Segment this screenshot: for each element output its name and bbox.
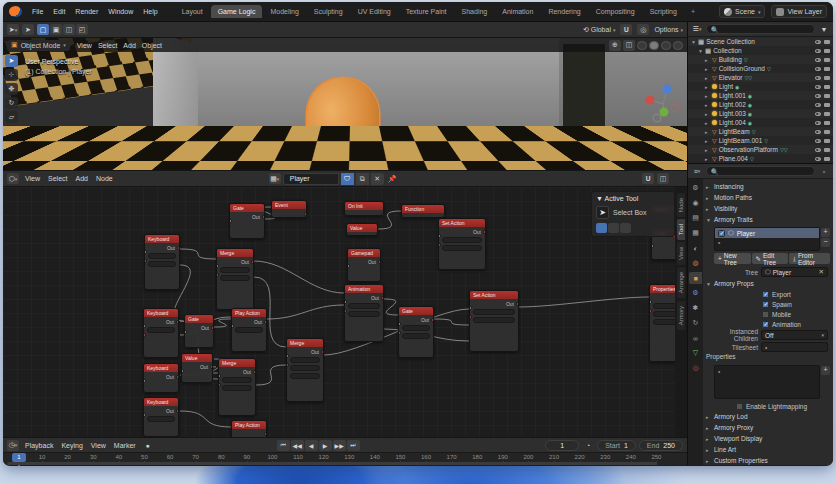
viewport-menu-select[interactable]: Select (95, 42, 120, 49)
workspace-tab-modeling[interactable]: Modeling (263, 5, 305, 18)
tool-6-icon[interactable]: ✎ (5, 139, 18, 151)
disable-render-camera-icon[interactable] (824, 112, 830, 116)
blender-logo-icon[interactable] (9, 6, 22, 17)
checkbox-row-mobile[interactable]: Mobile (706, 309, 830, 319)
menu-edit[interactable]: Edit (48, 6, 70, 17)
disable-render-camera-icon[interactable] (824, 157, 830, 161)
timeline-menu-keying[interactable]: Keying (58, 442, 85, 449)
mode-toggle-3[interactable]: ◰ (76, 24, 88, 35)
remove-trait-button[interactable]: − (821, 238, 830, 247)
hide-eye-icon[interactable] (815, 40, 821, 44)
outliner-row-plane-004[interactable]: ▸▽Plane.004▽ (688, 154, 833, 163)
panel-armory-traits[interactable]: ▼Armory Traits (706, 214, 830, 225)
disable-render-camera-icon[interactable] (824, 121, 830, 125)
enable-lightmapping-row[interactable]: Enable Lightmapping (706, 401, 830, 411)
properties-tab-tool[interactable]: ⚙ (689, 182, 702, 194)
side-tab-arrange[interactable]: Arrange (677, 267, 685, 298)
hide-eye-icon[interactable] (815, 121, 821, 125)
logic-node-gate[interactable]: GateOut (229, 203, 265, 239)
logic-node-gamepad[interactable]: GamepadOut (347, 248, 381, 282)
properties-tab-physics[interactable]: ↻ (689, 317, 702, 329)
node-canvas[interactable]: GateOutEventOn InitFunctionSet ActionOut… (3, 187, 687, 437)
logic-node-value[interactable]: ValueOut (181, 353, 213, 383)
node-menu-node[interactable]: Node (93, 175, 116, 182)
viewport-menu-object[interactable]: Object (139, 42, 165, 49)
outliner-row-light-002[interactable]: ▸Light.002◉ (688, 100, 833, 109)
tool-1-icon[interactable]: ⊹ (5, 69, 18, 81)
workspace-tab-compositing[interactable]: Compositing (589, 5, 642, 18)
panel-armory-proxy[interactable]: ▸Armory Proxy (706, 422, 830, 433)
hide-eye-icon[interactable] (815, 139, 821, 143)
logic-node-event[interactable]: Event (271, 200, 307, 218)
disable-render-camera-icon[interactable] (824, 76, 830, 80)
logic-node-gate[interactable]: GateOut (184, 314, 214, 348)
player-capsule[interactable] (307, 78, 379, 170)
disable-render-camera-icon[interactable] (824, 85, 830, 89)
outliner-row-light[interactable]: ▸Light◉ (688, 82, 833, 91)
cursor-tool-icon[interactable]: ➤ (22, 24, 34, 35)
viewport-menu-view[interactable]: View (74, 42, 95, 49)
properties-tab-object[interactable]: ■ (689, 272, 702, 284)
properties-editor-icon[interactable]: ≡▾ (691, 166, 703, 177)
logic-node-keyboard[interactable]: KeyboardOut (143, 308, 179, 358)
disable-render-camera-icon[interactable] (824, 130, 830, 134)
side-tab-node[interactable]: Node (677, 193, 685, 217)
properties-tab-scene[interactable]: ◐ (689, 242, 702, 254)
select-box-toggle[interactable]: ▢ (37, 24, 49, 35)
tool-0-icon[interactable]: ➤ (5, 55, 18, 67)
disable-render-camera-icon[interactable] (824, 40, 830, 44)
timeline-editor-icon[interactable]: ◷▾ (7, 440, 19, 451)
unlink-tree-button[interactable]: ✕ (371, 173, 384, 185)
outliner-row-elevator[interactable]: ▸▽Elevator▽▽ (688, 73, 833, 82)
play-button[interactable]: ▶ (319, 440, 332, 451)
properties-search-input[interactable]: 🔍 (706, 166, 815, 176)
add-trait-button[interactable]: + (821, 228, 830, 237)
timeline-menu-marker[interactable]: Marker (111, 442, 139, 449)
workspace-tab-scripting[interactable]: Scripting (643, 5, 684, 18)
workspace-tab-animation[interactable]: Animation (495, 5, 540, 18)
timeline-menu-playback[interactable]: Playback (22, 442, 56, 449)
overlap-icon[interactable]: ◫ (657, 173, 669, 184)
scene-selector[interactable]: Scene ▾ (719, 5, 765, 18)
checkbox-row-spawn[interactable]: Spawn (706, 299, 830, 309)
jump-to-end-button[interactable]: ⏭ (347, 440, 360, 451)
logic-node-set-action[interactable]: Set ActionOut (438, 218, 486, 270)
overlays-toggle-icon[interactable]: ◫ (623, 40, 635, 51)
hide-eye-icon[interactable] (815, 112, 821, 116)
outliner-search-input[interactable]: 🔍 (706, 24, 815, 34)
hide-eye-icon[interactable] (815, 67, 821, 71)
panel-motion-paths[interactable]: ▸Motion Paths (706, 192, 830, 203)
logic-node-keyboard[interactable]: KeyboardOut (144, 234, 180, 290)
panel-viewport-display[interactable]: ▸Viewport Display (706, 433, 830, 444)
logic-node-merge[interactable]: MergeOut (286, 338, 324, 402)
timeline-menu-view[interactable]: View (88, 442, 109, 449)
outliner-row-collisionground[interactable]: ▸▽CollisionGround▽ (688, 64, 833, 73)
workspace-tab-sculpting[interactable]: Sculpting (307, 5, 350, 18)
snap-magnet-icon[interactable]: 𝐔 (620, 24, 632, 35)
frame-start-field[interactable]: Start1 (597, 440, 636, 451)
hide-eye-icon[interactable] (815, 85, 821, 89)
play-reverse-button[interactable]: ◀ (305, 440, 318, 451)
logic-node-play-action[interactable]: Play Action (231, 420, 267, 437)
logic-node-play-action[interactable]: Play ActionOut (231, 308, 267, 352)
hide-eye-icon[interactable] (815, 76, 821, 80)
checkbox-row-export[interactable]: Export (706, 289, 830, 299)
mode-extend-toggle[interactable] (608, 223, 619, 233)
mode-toggle-1[interactable]: ▣ (50, 24, 62, 35)
logic-node-keyboard[interactable]: KeyboardOut (143, 363, 179, 393)
menu-file[interactable]: File (27, 6, 48, 17)
properties-pin-icon[interactable]: ▫ (818, 166, 830, 177)
node-tree-name-field[interactable]: Player (283, 173, 339, 185)
tool-4-icon[interactable]: ▱ (5, 111, 18, 123)
clear-tree-icon[interactable]: ✕ (819, 268, 824, 276)
new-tree-copy-button[interactable]: ⧉ (356, 173, 369, 185)
active-tool-panel-header[interactable]: ▼ Active Tool (596, 195, 670, 202)
custom-properties-list[interactable]: •+ (714, 365, 820, 399)
outliner-row-lightbeam-001[interactable]: ▸▽LightBeam.001▽ (688, 136, 833, 145)
shading-wireframe-icon[interactable] (637, 41, 647, 50)
properties-tab-render[interactable]: ◉ (689, 197, 702, 209)
pin-icon[interactable]: 📌 (386, 173, 399, 185)
logic-node-gate[interactable]: GateOut (398, 306, 434, 358)
properties-tab-modifiers[interactable]: ⚙ (689, 287, 702, 299)
timeline-ruler[interactable]: 1102030405060708090100110120130140150160… (3, 452, 687, 465)
